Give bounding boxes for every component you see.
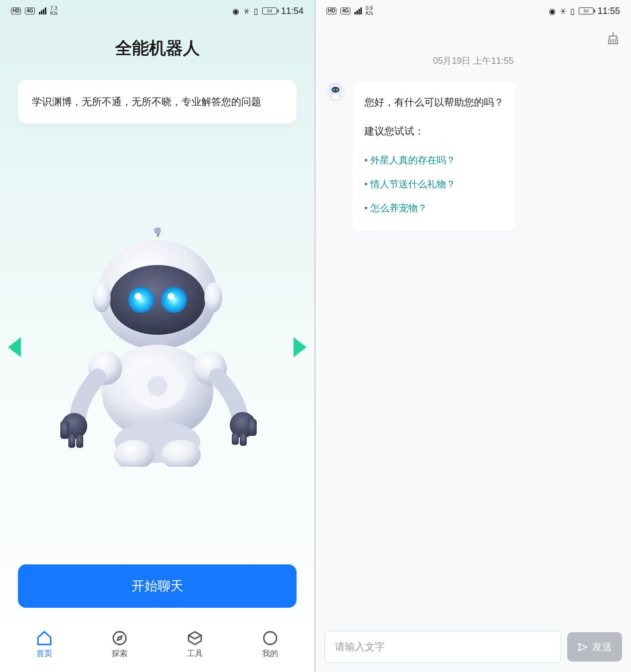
greeting-text: 您好，有什么可以帮助您的吗？ <box>364 93 504 112</box>
send-icon <box>577 642 588 653</box>
net-badge: 4G <box>25 7 34 14</box>
send-label: 发送 <box>592 640 612 654</box>
clear-chat-icon[interactable] <box>606 31 620 45</box>
carousel-next-icon[interactable] <box>294 337 307 357</box>
robot-illustration <box>50 228 265 467</box>
net-badge: 4G <box>340 7 350 14</box>
assistant-bubble: 您好，有什么可以帮助您的吗？ 建议您试试： 外星人真的存在吗？ 情人节送什么礼物… <box>352 82 516 231</box>
svg-point-33 <box>331 93 340 100</box>
assistant-message-row: 您好，有什么可以帮助您的吗？ 建议您试试： 外星人真的存在吗？ 情人节送什么礼物… <box>316 82 631 231</box>
home-screen: HD 4G 7.3K/s ◉ ⚹ ▯ 54 11:54 全能机器人 学识渊博，无… <box>0 0 316 672</box>
tab-tools[interactable]: 工具 <box>186 630 203 659</box>
chat-input-bar: 请输入文字 发送 <box>324 631 622 663</box>
bluetooth-icon: ⚹ <box>560 6 566 15</box>
tab-profile[interactable]: 我的 <box>262 630 279 659</box>
suggestion-link[interactable]: 情人节送什么礼物？ <box>364 172 504 196</box>
assistant-avatar <box>325 82 345 102</box>
home-icon <box>36 630 53 647</box>
suggest-title: 建议您试试： <box>364 122 504 140</box>
robot-description-card: 学识渊博，无所不通，无所不晓，专业解答您的问题 <box>18 80 297 124</box>
svg-rect-21 <box>240 433 247 446</box>
eye-icon: ◉ <box>232 6 239 16</box>
vibrate-icon: ▯ <box>254 6 258 16</box>
svg-point-27 <box>264 632 277 645</box>
svg-point-31 <box>333 89 335 91</box>
signal-icon <box>39 7 46 14</box>
bottom-tabbar: 首页 探索 工具 我的 <box>0 625 315 672</box>
clock: 11:55 <box>598 6 620 16</box>
svg-point-35 <box>338 94 341 97</box>
svg-point-2 <box>110 265 205 335</box>
svg-point-3 <box>128 287 154 313</box>
battery-icon: 54 <box>579 7 594 14</box>
hd-badge: HD <box>326 7 336 14</box>
signal-icon <box>354 7 362 14</box>
robot-carousel <box>0 143 315 550</box>
compass-icon <box>111 630 128 647</box>
svg-point-12 <box>148 376 167 396</box>
tab-label: 首页 <box>36 649 52 659</box>
svg-rect-17 <box>68 434 75 448</box>
battery-icon: 54 <box>262 7 277 14</box>
start-chat-button[interactable]: 开始聊天 <box>18 564 297 608</box>
suggestion-link[interactable]: 怎么养宠物？ <box>364 196 504 220</box>
suggestion-link[interactable]: 外星人真的存在吗？ <box>364 148 504 172</box>
svg-point-32 <box>336 89 338 91</box>
profile-icon <box>262 630 279 647</box>
carousel-prev-icon[interactable] <box>8 337 21 357</box>
tab-label: 我的 <box>262 649 278 659</box>
svg-point-7 <box>93 282 111 312</box>
svg-point-6 <box>167 293 174 300</box>
hd-badge: HD <box>11 7 21 14</box>
svg-rect-22 <box>232 433 239 445</box>
svg-rect-16 <box>60 421 69 439</box>
eye-icon: ◉ <box>549 6 556 16</box>
svg-point-34 <box>329 94 332 97</box>
vibrate-icon: ▯ <box>570 6 575 16</box>
status-bar-right: HD 4G 0.9K/s ◉ ⚹ ▯ 54 11:55 <box>316 0 631 22</box>
tab-explore[interactable]: 探索 <box>111 630 128 659</box>
bluetooth-icon: ⚹ <box>243 6 250 15</box>
chat-input[interactable]: 请输入文字 <box>324 631 561 663</box>
tab-home[interactable]: 首页 <box>36 630 53 659</box>
net-speed: 0.9K/s <box>366 6 373 16</box>
svg-rect-18 <box>76 435 83 448</box>
svg-point-4 <box>161 287 187 313</box>
tab-label: 探索 <box>112 649 128 659</box>
page-title: 全能机器人 <box>0 22 315 80</box>
clock: 11:54 <box>281 6 304 16</box>
svg-point-30 <box>331 87 339 93</box>
svg-point-26 <box>113 632 126 645</box>
net-speed: 7.3K/s <box>50 6 57 16</box>
svg-point-8 <box>204 282 222 312</box>
send-button[interactable]: 发送 <box>567 632 622 662</box>
svg-point-1 <box>154 228 161 234</box>
chat-timestamp: 05月19日 上午11:55 <box>316 45 631 82</box>
toolbox-icon <box>186 630 203 647</box>
svg-point-5 <box>135 293 142 300</box>
svg-rect-20 <box>248 419 257 436</box>
chat-screen: HD 4G 0.9K/s ◉ ⚹ ▯ 54 11:55 05月19日 上午11:… <box>316 0 631 672</box>
status-bar-left: HD 4G 7.3K/s ◉ ⚹ ▯ 54 11:54 <box>0 0 315 22</box>
tab-label: 工具 <box>187 649 203 659</box>
